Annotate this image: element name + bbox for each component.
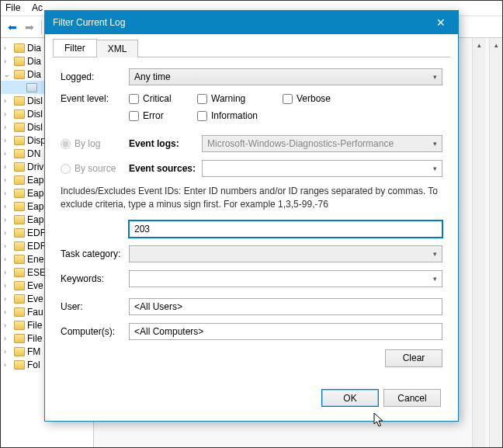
warning-checkbox[interactable]: Warning bbox=[197, 93, 252, 104]
scrollbar-vertical[interactable]: ▴ bbox=[472, 38, 485, 447]
clear-button[interactable]: Clear bbox=[385, 349, 442, 367]
tree-item-label: Eap bbox=[27, 175, 43, 186]
expand-icon[interactable]: › bbox=[4, 163, 12, 171]
information-checkbox[interactable]: Information bbox=[197, 110, 258, 121]
filter-dialog: Filter Current Log ✕ Filter XML Logged: … bbox=[44, 10, 459, 422]
scroll-up-icon[interactable]: ▴ bbox=[490, 38, 503, 51]
tree-item-label: Eap bbox=[27, 188, 43, 199]
forward-arrow-icon[interactable]: ➡ bbox=[23, 21, 36, 33]
chevron-down-icon: ▾ bbox=[433, 140, 437, 148]
folder-icon bbox=[14, 347, 25, 356]
tree-item-label: Disl bbox=[27, 96, 43, 106]
folder-icon bbox=[14, 96, 25, 106]
expand-icon[interactable]: › bbox=[4, 137, 12, 144]
folder-icon bbox=[14, 360, 25, 370]
event-logs-combo: Microsoft-Windows-Diagnostics-Performanc… bbox=[202, 135, 442, 152]
menu-file[interactable]: File bbox=[5, 2, 20, 13]
keywords-label: Keywords: bbox=[61, 273, 129, 284]
error-checkbox[interactable]: Error bbox=[129, 110, 183, 121]
expand-icon[interactable]: › bbox=[4, 348, 12, 356]
expand-icon[interactable]: › bbox=[4, 123, 12, 131]
by-source-radio: By source bbox=[61, 163, 129, 174]
folder-icon bbox=[14, 175, 25, 185]
expand-icon[interactable]: › bbox=[4, 295, 12, 303]
cancel-button[interactable]: Cancel bbox=[383, 389, 441, 407]
folder-icon bbox=[14, 57, 25, 66]
folder-icon bbox=[14, 294, 25, 304]
scroll-up-icon[interactable]: ▴ bbox=[473, 38, 486, 51]
chevron-down-icon: ▾ bbox=[433, 250, 437, 258]
menu-action[interactable]: Ac bbox=[32, 2, 43, 13]
folder-icon bbox=[14, 255, 25, 264]
folder-icon bbox=[14, 162, 25, 172]
folder-icon bbox=[14, 334, 25, 343]
keywords-combo[interactable]: ▾ bbox=[129, 270, 442, 287]
tree-item-label: Eve bbox=[27, 280, 43, 291]
tree-item-label: Dia bbox=[27, 43, 41, 54]
expand-icon[interactable]: › bbox=[4, 176, 12, 184]
folder-icon bbox=[14, 189, 25, 198]
dialog-titlebar: Filter Current Log ✕ bbox=[45, 11, 458, 34]
folder-icon bbox=[14, 307, 25, 317]
event-id-input[interactable] bbox=[129, 221, 442, 238]
logged-combo[interactable]: Any time ▾ bbox=[129, 68, 442, 85]
tree-item-label: Dia bbox=[27, 69, 41, 80]
folder-icon bbox=[14, 241, 25, 251]
event-sources-label: Event sources: bbox=[129, 163, 202, 174]
tree-item-label: Fol bbox=[27, 359, 40, 370]
folder-icon bbox=[14, 268, 25, 277]
by-log-radio: By log bbox=[61, 138, 129, 149]
verbose-checkbox[interactable]: Verbose bbox=[283, 93, 337, 104]
ok-button[interactable]: OK bbox=[321, 389, 379, 407]
folder-icon bbox=[14, 109, 25, 119]
close-icon[interactable]: ✕ bbox=[424, 11, 458, 34]
folder-icon bbox=[14, 215, 25, 224]
expand-icon[interactable]: › bbox=[4, 216, 12, 224]
back-arrow-icon[interactable]: ⬅ bbox=[5, 21, 19, 33]
event-sources-combo[interactable]: ▾ bbox=[202, 160, 442, 177]
folder-icon bbox=[14, 228, 25, 238]
folder-icon bbox=[14, 70, 25, 79]
tree-item-label: Disl bbox=[27, 122, 43, 133]
folder-icon bbox=[14, 136, 25, 145]
folder-icon bbox=[14, 321, 25, 330]
expand-icon[interactable]: › bbox=[4, 282, 12, 290]
expand-icon[interactable]: › bbox=[4, 255, 12, 263]
task-category-combo: ▾ bbox=[129, 245, 442, 262]
user-input[interactable] bbox=[129, 298, 442, 315]
expand-icon[interactable]: › bbox=[4, 203, 12, 210]
expand-icon[interactable]: › bbox=[4, 110, 12, 118]
tree-item-label: FM bbox=[27, 346, 40, 357]
computers-input[interactable] bbox=[129, 323, 442, 340]
expand-icon[interactable]: › bbox=[4, 308, 12, 316]
expand-icon[interactable]: › bbox=[4, 189, 12, 197]
scrollbar-vertical-2[interactable]: ▴ bbox=[489, 38, 502, 447]
expand-icon[interactable]: › bbox=[4, 242, 12, 250]
critical-checkbox[interactable]: Critical bbox=[129, 93, 183, 104]
folder-icon bbox=[14, 149, 25, 158]
tree-item-label: Driv bbox=[27, 161, 43, 172]
expand-icon[interactable]: › bbox=[4, 269, 12, 276]
expand-icon[interactable]: › bbox=[4, 335, 12, 342]
chevron-down-icon: ▾ bbox=[433, 165, 437, 172]
expand-icon[interactable]: › bbox=[4, 97, 12, 105]
computers-label: Computer(s): bbox=[61, 326, 129, 337]
tree-item-label: Dia bbox=[27, 56, 41, 67]
expand-icon[interactable]: › bbox=[4, 361, 12, 369]
folder-icon bbox=[14, 123, 25, 132]
expand-icon[interactable]: › bbox=[4, 150, 12, 158]
folder-icon bbox=[14, 281, 25, 290]
expand-icon[interactable]: › bbox=[4, 229, 12, 237]
collapse-icon[interactable]: ⌄ bbox=[4, 71, 12, 78]
expand-icon[interactable]: › bbox=[4, 57, 12, 65]
chevron-down-icon: ▾ bbox=[433, 275, 437, 283]
folder-icon bbox=[14, 43, 25, 53]
folder-icon bbox=[14, 202, 25, 211]
tree-item-label: DN bbox=[27, 148, 40, 159]
tab-filter[interactable]: Filter bbox=[53, 39, 97, 57]
tree-item-label: EDF bbox=[27, 227, 46, 238]
expand-icon[interactable]: › bbox=[4, 44, 12, 52]
tree-item-label: File bbox=[27, 333, 42, 344]
tab-xml[interactable]: XML bbox=[96, 40, 139, 57]
expand-icon[interactable]: › bbox=[4, 321, 12, 329]
